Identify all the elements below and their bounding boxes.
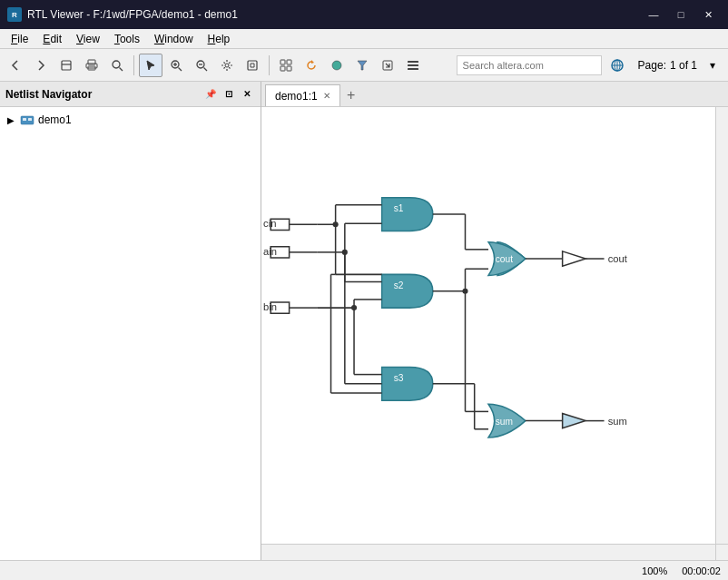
s1-label: s1 bbox=[394, 203, 404, 213]
schematic-tabs: demo1:1 ✕ + bbox=[261, 82, 728, 107]
tab-add-button[interactable]: + bbox=[340, 84, 362, 106]
globe-icon[interactable] bbox=[605, 54, 629, 77]
svg-rect-25 bbox=[408, 68, 418, 70]
s3-label: s3 bbox=[394, 373, 404, 383]
zoom-in-button[interactable] bbox=[164, 54, 188, 77]
maximize-button[interactable]: □ bbox=[668, 5, 694, 25]
netlist-title: Netlist Navigator bbox=[5, 88, 92, 101]
vertical-scrollbar[interactable] bbox=[715, 107, 728, 544]
menu-view[interactable]: View bbox=[69, 31, 107, 47]
ain-label: ain bbox=[263, 246, 277, 257]
back-button[interactable] bbox=[4, 54, 27, 77]
zoom-level: 100% bbox=[642, 565, 667, 576]
page-dropdown[interactable]: ▾ bbox=[701, 54, 724, 77]
cout-label-gate: cout bbox=[496, 254, 513, 264]
tree-item-label: demo1 bbox=[38, 113, 72, 126]
highlight-btn[interactable] bbox=[325, 54, 349, 77]
svg-marker-39 bbox=[563, 251, 586, 266]
netlist-expand-btn[interactable]: ⊡ bbox=[221, 86, 237, 103]
search-input[interactable] bbox=[457, 55, 602, 75]
scroll-corner bbox=[715, 544, 728, 560]
home-button[interactable] bbox=[54, 54, 78, 77]
tree-arrow[interactable]: ▶ bbox=[7, 115, 20, 125]
menu-help[interactable]: Help bbox=[201, 31, 238, 47]
separator-2 bbox=[269, 55, 270, 75]
netlist-close-btn[interactable]: ✕ bbox=[239, 86, 255, 103]
cout-output-label: cout bbox=[608, 253, 628, 264]
menu-tools[interactable]: Tools bbox=[107, 31, 147, 47]
window-controls: — □ ✕ bbox=[641, 5, 721, 25]
svg-rect-31 bbox=[23, 118, 26, 121]
menubar: File Edit View Tools Window Help bbox=[0, 29, 728, 49]
close-button[interactable]: ✕ bbox=[695, 5, 721, 25]
netlist-content: ▶ demo1 bbox=[0, 107, 261, 560]
statusbar: 100% 00:00:02 bbox=[0, 560, 728, 580]
svg-rect-16 bbox=[280, 60, 285, 64]
netlist-navigator: Netlist Navigator 📌 ⊡ ✕ ▶ demo1 bbox=[0, 82, 261, 560]
tab-label: demo1:1 bbox=[275, 90, 318, 103]
titlebar: R RTL Viewer - F:/1wd/FPGA/demo1 - demo1… bbox=[0, 0, 728, 29]
svg-rect-24 bbox=[408, 64, 418, 66]
svg-rect-15 bbox=[248, 61, 257, 70]
separator-1 bbox=[133, 55, 134, 75]
sum-output-label: sum bbox=[608, 416, 627, 427]
svg-rect-0 bbox=[62, 61, 71, 70]
cin-label: cin bbox=[263, 218, 276, 229]
menu-edit[interactable]: Edit bbox=[35, 31, 69, 47]
svg-rect-17 bbox=[287, 60, 291, 64]
svg-rect-19 bbox=[287, 66, 291, 71]
select-tool[interactable] bbox=[139, 54, 162, 77]
schematic-area: demo1:1 ✕ + cin ain bbox=[261, 82, 728, 560]
netlist-pin-btn[interactable]: 📌 bbox=[202, 86, 219, 103]
horizontal-scrollbar[interactable] bbox=[261, 544, 715, 560]
minimize-button[interactable]: — bbox=[641, 5, 666, 25]
title-text: RTL Viewer - F:/1wd/FPGA/demo1 - demo1 bbox=[27, 8, 641, 21]
menu-file[interactable]: File bbox=[4, 31, 35, 47]
netlist-header-icons: 📌 ⊡ ✕ bbox=[202, 86, 255, 103]
schematic-tab-demo1[interactable]: demo1:1 ✕ bbox=[265, 84, 340, 106]
search-area bbox=[457, 54, 629, 77]
svg-line-13 bbox=[204, 67, 208, 71]
netlist-header: Netlist Navigator 📌 ⊡ ✕ bbox=[0, 82, 261, 107]
svg-marker-21 bbox=[358, 61, 367, 70]
forward-button[interactable] bbox=[29, 54, 53, 77]
tab-close-button[interactable]: ✕ bbox=[323, 91, 330, 101]
svg-rect-18 bbox=[280, 66, 285, 71]
svg-rect-23 bbox=[408, 61, 418, 63]
svg-point-14 bbox=[225, 64, 229, 67]
fit-button[interactable] bbox=[241, 54, 264, 77]
zoom-out-button[interactable] bbox=[190, 54, 213, 77]
page-label: Page: bbox=[638, 59, 666, 72]
svg-line-10 bbox=[179, 67, 182, 71]
page-value: 1 of 1 bbox=[670, 59, 697, 72]
refresh-btn[interactable] bbox=[300, 54, 323, 77]
svg-line-6 bbox=[120, 67, 123, 71]
time-display: 00:00:02 bbox=[682, 565, 721, 576]
main-area: Netlist Navigator 📌 ⊡ ✕ ▶ demo1 dem bbox=[0, 82, 728, 560]
app-icon: R bbox=[7, 7, 22, 22]
filter-btn[interactable] bbox=[350, 54, 374, 77]
svg-marker-42 bbox=[563, 413, 586, 428]
tree-node-icon bbox=[20, 113, 34, 127]
settings-btn[interactable] bbox=[401, 54, 425, 77]
svg-point-5 bbox=[113, 61, 120, 68]
pan-button[interactable] bbox=[215, 54, 239, 77]
s2-label: s2 bbox=[394, 280, 404, 290]
bin-label: bin bbox=[263, 301, 277, 312]
tree-item-demo1[interactable]: ▶ demo1 bbox=[4, 111, 257, 129]
schematic-canvas[interactable]: cin ain bin s1 s2 s3 bbox=[261, 107, 728, 560]
export-btn[interactable] bbox=[376, 54, 399, 77]
sum-label-gate: sum bbox=[496, 417, 513, 427]
svg-rect-32 bbox=[28, 118, 32, 121]
netlist-btn[interactable] bbox=[274, 54, 298, 77]
search-button[interactable] bbox=[105, 54, 129, 77]
toolbar: Page: 1 of 1 ▾ bbox=[0, 49, 728, 82]
page-navigation: Page: 1 of 1 ▾ bbox=[638, 54, 724, 77]
svg-point-20 bbox=[332, 61, 341, 70]
svg-point-62 bbox=[351, 305, 357, 310]
print-button[interactable] bbox=[80, 54, 103, 77]
menu-window[interactable]: Window bbox=[147, 31, 201, 47]
